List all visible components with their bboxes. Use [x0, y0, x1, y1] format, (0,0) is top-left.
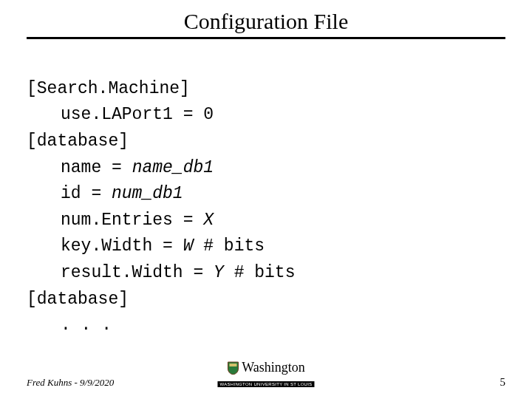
shield-icon [227, 361, 239, 375]
code-text: key.Width = [61, 236, 183, 256]
code-line: [database] [27, 290, 129, 309]
code-line: result.Width = Y # bits [27, 263, 295, 282]
code-line: name = name_db1 [27, 158, 214, 177]
code-line: [database] [27, 132, 129, 151]
code-line: num.Entries = X [27, 211, 214, 230]
slide-footer: Fred Kuhns - 9/9/2020 Washington WASHING… [27, 376, 505, 389]
author-date: Fred Kuhns - 9/9/2020 [27, 377, 114, 389]
org-block: Washington WASHINGTON UNIVERSITY IN ST L… [217, 360, 314, 389]
code-text: num.Entries = [61, 211, 203, 230]
svg-rect-0 [229, 364, 236, 366]
code-line: . . . [27, 316, 112, 335]
code-line: use.LAPort1 = 0 [27, 105, 214, 124]
code-var: num_db1 [112, 184, 183, 203]
code-var: X [203, 211, 214, 230]
code-text: # bits [224, 263, 296, 282]
org-name: Washington [242, 360, 305, 375]
code-line: key.Width = W # bits [27, 236, 265, 256]
code-text: result.Width = [61, 263, 214, 282]
code-var: Y [214, 263, 224, 282]
org-subtitle: WASHINGTON UNIVERSITY IN ST LOUIS [217, 381, 314, 387]
code-text: id = [61, 184, 112, 203]
code-text: # bits [193, 236, 265, 256]
config-code-block: [Search.Machine] use.LAPort1 = 0 [databa… [27, 50, 505, 339]
code-var: name_db1 [132, 158, 214, 177]
slide-title: Configuration File [27, 9, 505, 39]
code-var: W [183, 236, 194, 256]
code-line: [Search.Machine] [27, 79, 190, 98]
page-number: 5 [500, 376, 506, 389]
code-text: name = [61, 158, 132, 177]
code-line: id = num_db1 [27, 184, 183, 203]
